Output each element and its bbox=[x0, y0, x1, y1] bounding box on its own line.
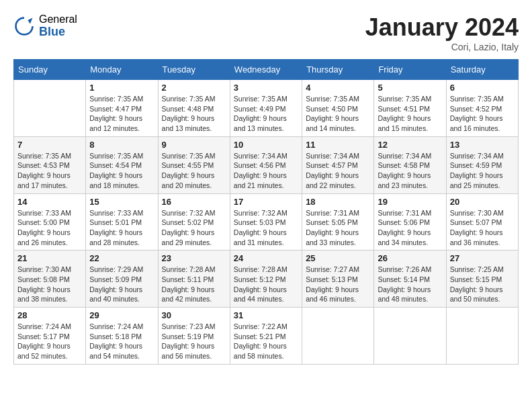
week-row-0: 1Sunrise: 7:35 AMSunset: 4:47 PMDaylight… bbox=[14, 80, 519, 137]
day-number: 21 bbox=[17, 253, 82, 263]
day-cell: 25Sunrise: 7:27 AMSunset: 5:13 PMDayligh… bbox=[302, 250, 374, 308]
day-number: 4 bbox=[306, 83, 370, 93]
day-number: 10 bbox=[234, 140, 298, 150]
day-number: 14 bbox=[17, 197, 82, 207]
header-monday: Monday bbox=[86, 60, 158, 80]
day-cell: 16Sunrise: 7:32 AMSunset: 5:02 PMDayligh… bbox=[158, 193, 230, 250]
title-section: January 2024 Cori, Lazio, Italy bbox=[365, 13, 519, 52]
day-info: Sunrise: 7:34 AMSunset: 4:59 PMDaylight:… bbox=[450, 151, 515, 191]
logo-general: General bbox=[39, 13, 77, 26]
header-row: SundayMondayTuesdayWednesdayThursdayFrid… bbox=[14, 60, 519, 80]
day-number: 7 bbox=[17, 140, 82, 150]
day-cell: 15Sunrise: 7:33 AMSunset: 5:01 PMDayligh… bbox=[86, 193, 158, 250]
day-number: 20 bbox=[450, 197, 515, 207]
day-info: Sunrise: 7:28 AMSunset: 5:12 PMDaylight:… bbox=[234, 265, 298, 304]
day-number: 23 bbox=[162, 253, 226, 263]
day-number: 8 bbox=[89, 140, 154, 150]
header-friday: Friday bbox=[374, 60, 446, 80]
day-cell: 18Sunrise: 7:31 AMSunset: 5:05 PMDayligh… bbox=[302, 193, 374, 250]
logo-text: General Blue bbox=[39, 13, 77, 38]
day-info: Sunrise: 7:22 AMSunset: 5:21 PMDaylight:… bbox=[234, 322, 298, 361]
day-cell: 13Sunrise: 7:34 AMSunset: 4:59 PMDayligh… bbox=[446, 136, 518, 193]
day-info: Sunrise: 7:35 AMSunset: 4:48 PMDaylight:… bbox=[162, 94, 226, 134]
day-number: 26 bbox=[378, 253, 442, 263]
month-title: January 2024 bbox=[365, 13, 519, 42]
day-number: 13 bbox=[450, 140, 515, 150]
day-cell: 4Sunrise: 7:35 AMSunset: 4:50 PMDaylight… bbox=[302, 80, 374, 137]
header-tuesday: Tuesday bbox=[158, 60, 230, 80]
day-number: 9 bbox=[162, 140, 226, 150]
day-number: 15 bbox=[89, 197, 154, 207]
day-cell: 26Sunrise: 7:26 AMSunset: 5:14 PMDayligh… bbox=[374, 250, 446, 308]
day-info: Sunrise: 7:34 AMSunset: 4:57 PMDaylight:… bbox=[306, 151, 370, 191]
logo-icon bbox=[13, 15, 35, 37]
page-header: General Blue January 2024 Cori, Lazio, I… bbox=[13, 13, 519, 52]
day-number: 12 bbox=[378, 140, 442, 150]
day-info: Sunrise: 7:32 AMSunset: 5:03 PMDaylight:… bbox=[234, 208, 298, 248]
day-cell: 2Sunrise: 7:35 AMSunset: 4:48 PMDaylight… bbox=[158, 80, 230, 137]
day-number: 22 bbox=[89, 253, 154, 263]
week-row-4: 28Sunrise: 7:24 AMSunset: 5:17 PMDayligh… bbox=[14, 308, 519, 365]
day-cell: 24Sunrise: 7:28 AMSunset: 5:12 PMDayligh… bbox=[230, 250, 302, 308]
day-cell: 29Sunrise: 7:24 AMSunset: 5:18 PMDayligh… bbox=[86, 308, 158, 365]
day-cell: 27Sunrise: 7:25 AMSunset: 5:15 PMDayligh… bbox=[446, 250, 518, 308]
day-info: Sunrise: 7:29 AMSunset: 5:09 PMDaylight:… bbox=[89, 265, 154, 304]
day-number: 19 bbox=[378, 197, 442, 207]
header-wednesday: Wednesday bbox=[230, 60, 302, 80]
day-info: Sunrise: 7:34 AMSunset: 4:58 PMDaylight:… bbox=[378, 151, 442, 191]
week-row-2: 14Sunrise: 7:33 AMSunset: 5:00 PMDayligh… bbox=[14, 193, 519, 250]
day-cell: 28Sunrise: 7:24 AMSunset: 5:17 PMDayligh… bbox=[14, 308, 86, 365]
day-info: Sunrise: 7:35 AMSunset: 4:53 PMDaylight:… bbox=[17, 151, 82, 191]
week-row-1: 7Sunrise: 7:35 AMSunset: 4:53 PMDaylight… bbox=[14, 136, 519, 193]
day-number: 16 bbox=[162, 197, 226, 207]
calendar-table: SundayMondayTuesdayWednesdayThursdayFrid… bbox=[13, 59, 519, 365]
day-cell bbox=[302, 308, 374, 365]
day-info: Sunrise: 7:35 AMSunset: 4:55 PMDaylight:… bbox=[162, 151, 226, 191]
day-info: Sunrise: 7:35 AMSunset: 4:51 PMDaylight:… bbox=[378, 94, 442, 134]
day-info: Sunrise: 7:26 AMSunset: 5:14 PMDaylight:… bbox=[378, 265, 442, 304]
day-number: 17 bbox=[234, 197, 298, 207]
day-info: Sunrise: 7:34 AMSunset: 4:56 PMDaylight:… bbox=[234, 151, 298, 191]
day-cell: 5Sunrise: 7:35 AMSunset: 4:51 PMDaylight… bbox=[374, 80, 446, 137]
day-cell: 10Sunrise: 7:34 AMSunset: 4:56 PMDayligh… bbox=[230, 136, 302, 193]
day-info: Sunrise: 7:31 AMSunset: 5:05 PMDaylight:… bbox=[306, 208, 370, 248]
day-cell bbox=[446, 308, 518, 365]
calendar-body: 1Sunrise: 7:35 AMSunset: 4:47 PMDaylight… bbox=[14, 80, 519, 365]
day-info: Sunrise: 7:32 AMSunset: 5:02 PMDaylight:… bbox=[162, 208, 226, 248]
logo-blue: Blue bbox=[39, 26, 77, 39]
day-number: 11 bbox=[306, 140, 370, 150]
day-cell: 12Sunrise: 7:34 AMSunset: 4:58 PMDayligh… bbox=[374, 136, 446, 193]
day-number: 2 bbox=[162, 83, 226, 93]
day-number: 3 bbox=[234, 83, 298, 93]
day-cell: 31Sunrise: 7:22 AMSunset: 5:21 PMDayligh… bbox=[230, 308, 302, 365]
day-cell: 23Sunrise: 7:28 AMSunset: 5:11 PMDayligh… bbox=[158, 250, 230, 308]
day-number: 1 bbox=[89, 83, 154, 93]
day-info: Sunrise: 7:28 AMSunset: 5:11 PMDaylight:… bbox=[162, 265, 226, 304]
day-cell: 17Sunrise: 7:32 AMSunset: 5:03 PMDayligh… bbox=[230, 193, 302, 250]
day-cell: 22Sunrise: 7:29 AMSunset: 5:09 PMDayligh… bbox=[86, 250, 158, 308]
day-cell: 11Sunrise: 7:34 AMSunset: 4:57 PMDayligh… bbox=[302, 136, 374, 193]
day-cell: 14Sunrise: 7:33 AMSunset: 5:00 PMDayligh… bbox=[14, 193, 86, 250]
day-cell: 8Sunrise: 7:35 AMSunset: 4:54 PMDaylight… bbox=[86, 136, 158, 193]
day-info: Sunrise: 7:31 AMSunset: 5:06 PMDaylight:… bbox=[378, 208, 442, 248]
day-info: Sunrise: 7:24 AMSunset: 5:17 PMDaylight:… bbox=[17, 322, 82, 361]
day-number: 31 bbox=[234, 310, 298, 320]
day-info: Sunrise: 7:35 AMSunset: 4:47 PMDaylight:… bbox=[89, 94, 154, 134]
day-info: Sunrise: 7:23 AMSunset: 5:19 PMDaylight:… bbox=[162, 322, 226, 361]
week-row-3: 21Sunrise: 7:30 AMSunset: 5:08 PMDayligh… bbox=[14, 250, 519, 308]
day-number: 24 bbox=[234, 253, 298, 263]
day-info: Sunrise: 7:35 AMSunset: 4:50 PMDaylight:… bbox=[306, 94, 370, 134]
logo: General Blue bbox=[13, 13, 77, 38]
day-cell: 19Sunrise: 7:31 AMSunset: 5:06 PMDayligh… bbox=[374, 193, 446, 250]
day-info: Sunrise: 7:35 AMSunset: 4:49 PMDaylight:… bbox=[234, 94, 298, 134]
day-info: Sunrise: 7:24 AMSunset: 5:18 PMDaylight:… bbox=[89, 322, 154, 361]
location: Cori, Lazio, Italy bbox=[365, 42, 519, 52]
day-info: Sunrise: 7:30 AMSunset: 5:07 PMDaylight:… bbox=[450, 208, 515, 248]
day-cell: 9Sunrise: 7:35 AMSunset: 4:55 PMDaylight… bbox=[158, 136, 230, 193]
day-info: Sunrise: 7:33 AMSunset: 5:01 PMDaylight:… bbox=[89, 208, 154, 248]
day-cell: 30Sunrise: 7:23 AMSunset: 5:19 PMDayligh… bbox=[158, 308, 230, 365]
calendar-header: SundayMondayTuesdayWednesdayThursdayFrid… bbox=[14, 60, 519, 80]
day-cell: 20Sunrise: 7:30 AMSunset: 5:07 PMDayligh… bbox=[446, 193, 518, 250]
day-info: Sunrise: 7:35 AMSunset: 4:52 PMDaylight:… bbox=[450, 94, 515, 134]
day-number: 27 bbox=[450, 253, 515, 263]
